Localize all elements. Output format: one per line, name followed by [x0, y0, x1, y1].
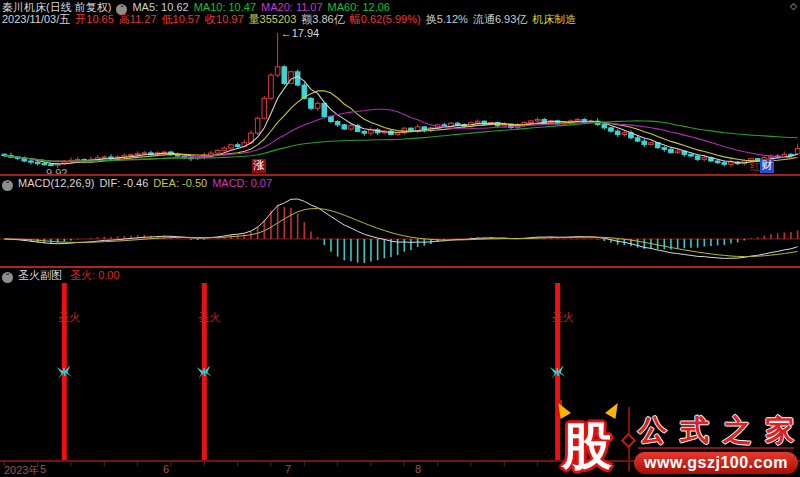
axis-label: 5	[40, 463, 46, 475]
collapse-chevron-icon[interactable]: ˇ	[2, 180, 13, 191]
ma-label: MA20: 11.07	[261, 1, 323, 13]
panel-separator	[0, 174, 800, 176]
quote-field: 换5.12%	[426, 13, 468, 25]
quote-fields: 开10.65高11.27低10.57收10.97量355203额3.86亿幅0.…	[75, 13, 581, 25]
quote-field: 幅0.62(5.99%)	[350, 13, 421, 25]
sacred-fire-title: 圣火副图	[18, 269, 62, 281]
quote-field: 流通6.93亿	[473, 13, 527, 25]
sacred-fire-value: 圣火: 0.00	[70, 269, 120, 281]
logo-underline	[638, 447, 794, 449]
signal-label: 圣火	[552, 311, 574, 323]
site-name-char: 之	[723, 411, 752, 451]
macd-value: DIF: -0.46	[99, 177, 148, 189]
quote-field: 额3.86亿	[301, 13, 344, 25]
axis-label: 8	[415, 463, 421, 475]
price-annotation: ←9.92	[35, 167, 67, 174]
site-name-char: 式	[680, 411, 709, 451]
macd-header: ˇMACD(12,26,9)DIF: -0.46DEA: -0.50MACD: …	[2, 177, 282, 191]
quote-header-row2: 2023/11/03/五开10.65高11.27低10.57收10.97量355…	[2, 13, 586, 25]
stamp-涨: 涨	[252, 159, 266, 173]
corner-diamond-icon[interactable]: ◇	[790, 1, 797, 11]
macd-chart	[0, 191, 800, 266]
logo-gu-character: 股	[562, 413, 612, 477]
ma-values: MA5: 10.62MA10: 10.47MA20: 11.07MA60: 12…	[132, 1, 395, 13]
ma-label: MA60: 12.06	[328, 1, 390, 13]
site-watermark: 股 公式之家 www.gszj100.com	[554, 399, 800, 477]
quote-field: 机床制造	[532, 13, 576, 25]
signal-label: 圣火	[198, 311, 220, 323]
site-name-char: 家	[765, 411, 794, 451]
axis-label: 6	[163, 463, 169, 475]
quote-date: 2023/11/03/五	[2, 13, 70, 25]
signal-label: 圣火	[58, 311, 80, 323]
ma-label: MA10: 10.47	[194, 1, 256, 13]
macd-value: DEA: -0.50	[153, 177, 207, 189]
stock-app-window: 秦川机床(日线 前复权)ˇMA5: 10.62MA10: 10.47MA20: …	[0, 0, 800, 477]
ma-label: MA5: 10.62	[132, 1, 188, 13]
quote-field: 收10.97	[205, 13, 244, 25]
macd-title: MACD(12,26,9)	[18, 177, 94, 189]
macd-values: DIF: -0.46DEA: -0.50MACD: 0.07	[99, 177, 277, 189]
sacred-fire-header: ˇ圣火副图 圣火: 0.00	[2, 269, 125, 283]
logo-diamond-icon	[621, 433, 637, 449]
quote-field: 高11.27	[119, 13, 157, 25]
stamp-财: 财	[760, 159, 774, 173]
collapse-chevron-icon[interactable]: ˇ	[2, 272, 13, 283]
macd-value: MACD: 0.07	[212, 177, 272, 189]
price-annotation: ←17.94	[281, 27, 320, 39]
site-url: www.gszj100.com	[634, 452, 798, 474]
quote-field: 量355203	[249, 13, 297, 25]
axis-label: 7	[285, 463, 291, 475]
quote-field: 开10.65	[75, 13, 114, 25]
stock-title: 秦川机床(日线 前复权)	[2, 1, 111, 13]
quote-field: 低10.57	[162, 13, 201, 25]
site-name: 公式之家	[638, 411, 794, 451]
panel-separator	[0, 266, 800, 268]
axis-label: 2023年	[4, 463, 39, 477]
kline-chart: ←17.94←9.92	[0, 26, 800, 174]
site-name-char: 公	[638, 411, 667, 451]
